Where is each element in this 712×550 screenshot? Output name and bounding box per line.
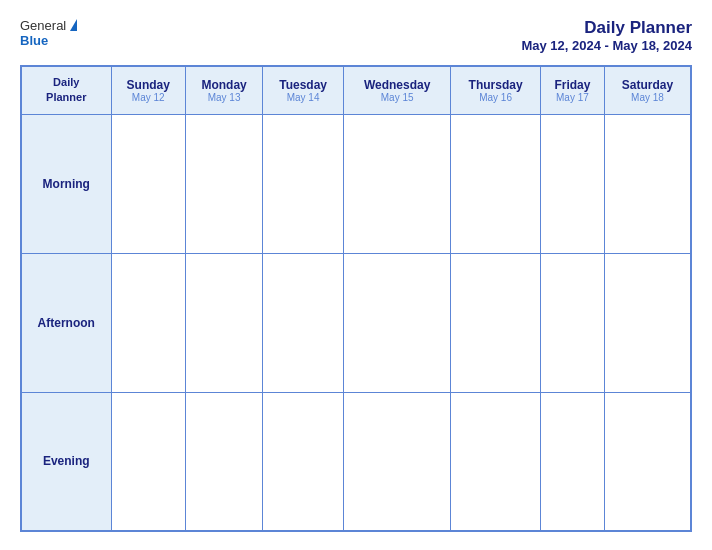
cell-monday-morning[interactable] (185, 114, 262, 253)
day-date-friday: May 17 (545, 92, 600, 103)
logo-area: General Blue (20, 18, 77, 48)
col-wednesday: Wednesday May 15 (343, 66, 450, 114)
day-name-sunday: Sunday (116, 78, 181, 92)
day-name-thursday: Thursday (455, 78, 536, 92)
day-name-wednesday: Wednesday (348, 78, 446, 92)
cell-wednesday-evening[interactable] (343, 392, 450, 531)
table-row-morning: Morning (21, 114, 691, 253)
page-header: General Blue Daily Planner May 12, 2024 … (20, 18, 692, 53)
cell-saturday-evening[interactable] (604, 392, 691, 531)
row-label-afternoon: Afternoon (21, 253, 111, 392)
col-friday: Friday May 17 (540, 66, 604, 114)
row-label-morning: Morning (21, 114, 111, 253)
cell-friday-afternoon[interactable] (540, 253, 604, 392)
day-date-tuesday: May 14 (267, 92, 339, 103)
row-label-evening: Evening (21, 392, 111, 531)
cell-wednesday-morning[interactable] (343, 114, 450, 253)
logo-general-text: General (20, 18, 66, 33)
cell-thursday-evening[interactable] (451, 392, 541, 531)
cell-tuesday-morning[interactable] (263, 114, 344, 253)
col-monday: Monday May 13 (185, 66, 262, 114)
col-thursday: Thursday May 16 (451, 66, 541, 114)
cell-thursday-morning[interactable] (451, 114, 541, 253)
cell-monday-evening[interactable] (185, 392, 262, 531)
cell-saturday-morning[interactable] (604, 114, 691, 253)
day-name-friday: Friday (545, 78, 600, 92)
cell-friday-evening[interactable] (540, 392, 604, 531)
page-title: Daily Planner (521, 18, 692, 38)
col-sunday: Sunday May 12 (111, 66, 185, 114)
col-saturday: Saturday May 18 (604, 66, 691, 114)
cell-monday-afternoon[interactable] (185, 253, 262, 392)
day-name-tuesday: Tuesday (267, 78, 339, 92)
logo: General (20, 18, 77, 33)
day-date-wednesday: May 15 (348, 92, 446, 103)
day-date-monday: May 13 (190, 92, 258, 103)
col-tuesday: Tuesday May 14 (263, 66, 344, 114)
day-name-monday: Monday (190, 78, 258, 92)
cell-friday-morning[interactable] (540, 114, 604, 253)
cell-tuesday-afternoon[interactable] (263, 253, 344, 392)
planner-table: Daily Planner Sunday May 12 Monday May 1… (20, 65, 692, 532)
table-row-evening: Evening (21, 392, 691, 531)
cell-sunday-evening[interactable] (111, 392, 185, 531)
cell-saturday-afternoon[interactable] (604, 253, 691, 392)
day-date-sunday: May 12 (116, 92, 181, 103)
date-range: May 12, 2024 - May 18, 2024 (521, 38, 692, 53)
cell-sunday-afternoon[interactable] (111, 253, 185, 392)
day-date-thursday: May 16 (455, 92, 536, 103)
cell-wednesday-afternoon[interactable] (343, 253, 450, 392)
table-row-afternoon: Afternoon (21, 253, 691, 392)
cell-tuesday-evening[interactable] (263, 392, 344, 531)
header-label-planner: Planner (46, 91, 86, 103)
cell-sunday-morning[interactable] (111, 114, 185, 253)
day-date-saturday: May 18 (609, 92, 686, 103)
title-area: Daily Planner May 12, 2024 - May 18, 202… (521, 18, 692, 53)
cell-thursday-afternoon[interactable] (451, 253, 541, 392)
header-label-daily: Daily (53, 76, 79, 88)
logo-blue-text: Blue (20, 33, 48, 48)
table-header-label: Daily Planner (21, 66, 111, 114)
day-name-saturday: Saturday (609, 78, 686, 92)
logo-triangle-icon (70, 19, 77, 31)
